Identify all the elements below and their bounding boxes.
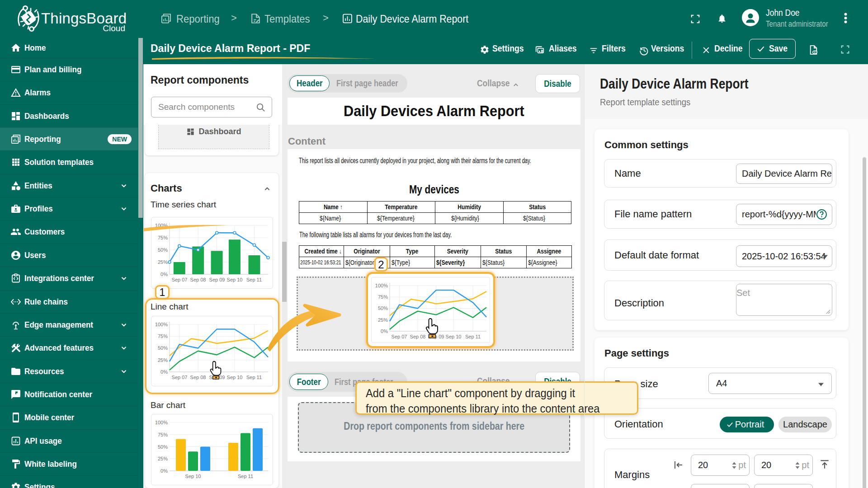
svg-text:Sep 11: Sep 11 xyxy=(246,277,262,282)
svg-text:100%: 100% xyxy=(155,223,168,228)
svg-text:Sep 10: Sep 10 xyxy=(185,474,201,479)
svg-text:75%: 75% xyxy=(378,294,388,300)
svg-text:75%: 75% xyxy=(158,432,168,437)
svg-text:100%: 100% xyxy=(155,420,168,425)
svg-text:Sep 09: Sep 09 xyxy=(429,334,444,339)
svg-text:Sep 10: Sep 10 xyxy=(227,277,243,282)
svg-text:Sep 10: Sep 10 xyxy=(446,334,462,339)
svg-text:Sep 09: Sep 09 xyxy=(209,277,225,282)
svg-text:75%: 75% xyxy=(158,235,168,240)
svg-text:Sep 07: Sep 07 xyxy=(172,277,188,282)
svg-text:0%: 0% xyxy=(160,272,168,277)
svg-text:50%: 50% xyxy=(158,247,168,253)
svg-text:Sep 08: Sep 08 xyxy=(190,277,206,282)
svg-text:Sep 08: Sep 08 xyxy=(410,334,426,339)
svg-text:0%: 0% xyxy=(160,468,168,474)
svg-text:Sep 07: Sep 07 xyxy=(392,334,407,339)
svg-text:25%: 25% xyxy=(158,259,168,265)
svg-text:Sep 11: Sep 11 xyxy=(238,474,253,479)
svg-text:50%: 50% xyxy=(158,444,168,450)
svg-text:25%: 25% xyxy=(158,456,168,461)
svg-text:0%: 0% xyxy=(381,328,388,334)
svg-text:100%: 100% xyxy=(375,283,388,288)
svg-text:Sep 11: Sep 11 xyxy=(465,334,481,339)
svg-text:50%: 50% xyxy=(378,305,388,311)
svg-text:25%: 25% xyxy=(378,317,388,323)
